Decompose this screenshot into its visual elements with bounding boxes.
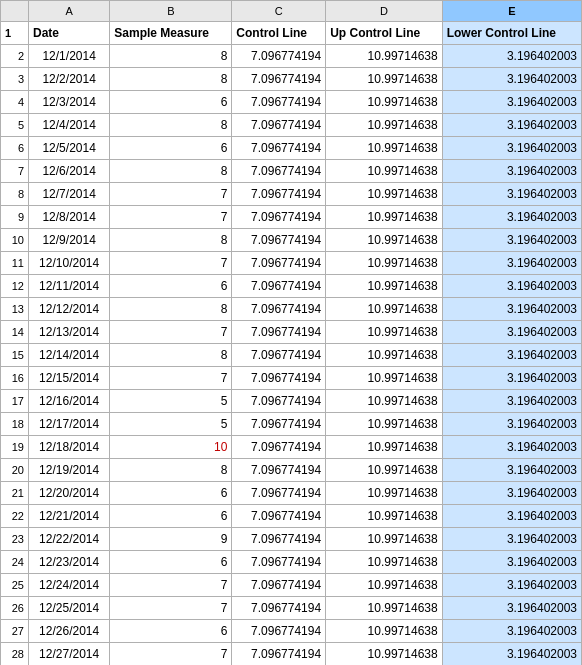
sample-cell: 8 [110,298,232,321]
sample-cell: 7 [110,367,232,390]
up-control-line-cell: 10.99714638 [326,206,443,229]
date-cell: 12/15/2014 [29,367,110,390]
up-control-line-cell: 10.99714638 [326,298,443,321]
date-cell: 12/2/2014 [29,68,110,91]
table-row: 2012/19/201487.09677419410.997146383.196… [1,459,582,482]
date-cell: 12/13/2014 [29,321,110,344]
table-row: 2312/22/201497.09677419410.997146383.196… [1,528,582,551]
control-line-cell: 7.096774194 [232,344,326,367]
col-a-header[interactable]: A [29,1,110,22]
control-line-cell: 7.096774194 [232,620,326,643]
lower-control-line-cell: 3.196402003 [442,298,581,321]
row-num-6: 6 [1,137,29,160]
up-control-line-cell: 10.99714638 [326,459,443,482]
control-line-cell: 7.096774194 [232,643,326,666]
table-row: 1012/9/201487.09677419410.997146383.1964… [1,229,582,252]
table-row: 612/5/201467.09677419410.997146383.19640… [1,137,582,160]
control-line-cell: 7.096774194 [232,390,326,413]
lower-control-line-cell: 3.196402003 [442,390,581,413]
control-line-cell: 7.096774194 [232,91,326,114]
up-control-line-cell: 10.99714638 [326,114,443,137]
control-line-cell: 7.096774194 [232,229,326,252]
up-control-line-cell: 10.99714638 [326,183,443,206]
date-cell: 12/11/2014 [29,275,110,298]
table-row: 1812/17/201457.09677419410.997146383.196… [1,413,582,436]
control-line-cell: 7.096774194 [232,68,326,91]
date-cell: 12/24/2014 [29,574,110,597]
row-num-13: 13 [1,298,29,321]
date-cell: 12/21/2014 [29,505,110,528]
lower-control-line-cell: 3.196402003 [442,620,581,643]
col-d-header[interactable]: D [326,1,443,22]
table-row: 1512/14/201487.09677419410.997146383.196… [1,344,582,367]
table-row: 2812/27/201477.09677419410.997146383.196… [1,643,582,666]
control-line-cell: 7.096774194 [232,114,326,137]
up-control-line-cell: 10.99714638 [326,344,443,367]
sample-cell: 6 [110,620,232,643]
up-control-line-cell: 10.99714638 [326,643,443,666]
table-row: 1712/16/201457.09677419410.997146383.196… [1,390,582,413]
row-num-23: 23 [1,528,29,551]
up-control-line-cell: 10.99714638 [326,275,443,298]
sample-cell: 8 [110,344,232,367]
control-line-cell: 7.096774194 [232,183,326,206]
lower-control-line-cell: 3.196402003 [442,344,581,367]
row-num-17: 17 [1,390,29,413]
date-cell: 12/23/2014 [29,551,110,574]
row-num-9: 9 [1,206,29,229]
row-num-1: 1 [1,22,29,45]
control-line-cell: 7.096774194 [232,574,326,597]
lower-control-line-cell: 3.196402003 [442,413,581,436]
lower-control-line-cell: 3.196402003 [442,68,581,91]
sample-cell: 6 [110,482,232,505]
up-control-line-header: Up Control Line [326,22,443,45]
table-row: 1412/13/201477.09677419410.997146383.196… [1,321,582,344]
date-cell: 12/1/2014 [29,45,110,68]
date-cell: 12/18/2014 [29,436,110,459]
date-cell: 12/10/2014 [29,252,110,275]
table-row: 2412/23/201467.09677419410.997146383.196… [1,551,582,574]
date-cell: 12/19/2014 [29,459,110,482]
lower-control-line-cell: 3.196402003 [442,229,581,252]
table-row: 2212/21/201467.09677419410.997146383.196… [1,505,582,528]
table-row: 2612/25/201477.09677419410.997146383.196… [1,597,582,620]
row-num-21: 21 [1,482,29,505]
up-control-line-cell: 10.99714638 [326,160,443,183]
control-line-cell: 7.096774194 [232,45,326,68]
lower-control-line-cell: 3.196402003 [442,505,581,528]
lower-control-line-cell: 3.196402003 [442,114,581,137]
corner-cell [1,1,29,22]
up-control-line-cell: 10.99714638 [326,597,443,620]
col-c-header[interactable]: C [232,1,326,22]
lower-control-line-cell: 3.196402003 [442,91,581,114]
table-row: 1612/15/201477.09677419410.997146383.196… [1,367,582,390]
sample-cell: 8 [110,160,232,183]
row-num-24: 24 [1,551,29,574]
control-line-header: Control Line [232,22,326,45]
table-row: 2712/26/201467.09677419410.997146383.196… [1,620,582,643]
control-line-cell: 7.096774194 [232,160,326,183]
sample-cell: 8 [110,114,232,137]
up-control-line-cell: 10.99714638 [326,252,443,275]
col-b-header[interactable]: B [110,1,232,22]
lower-control-line-header: Lower Control Line [442,22,581,45]
date-cell: 12/20/2014 [29,482,110,505]
sample-cell: 7 [110,597,232,620]
lower-control-line-cell: 3.196402003 [442,160,581,183]
row-num-11: 11 [1,252,29,275]
control-line-cell: 7.096774194 [232,436,326,459]
up-control-line-cell: 10.99714638 [326,551,443,574]
up-control-line-cell: 10.99714638 [326,528,443,551]
row-num-26: 26 [1,597,29,620]
control-line-cell: 7.096774194 [232,206,326,229]
table-row: 1312/12/201487.09677419410.997146383.196… [1,298,582,321]
spreadsheet: A B C D E 1 Date Sample Measure Control … [0,0,582,665]
sample-cell: 7 [110,321,232,344]
col-e-header[interactable]: E [442,1,581,22]
up-control-line-cell: 10.99714638 [326,68,443,91]
sample-cell: 7 [110,574,232,597]
lower-control-line-cell: 3.196402003 [442,137,581,160]
sample-cell: 6 [110,91,232,114]
date-cell: 12/14/2014 [29,344,110,367]
row-num-12: 12 [1,275,29,298]
